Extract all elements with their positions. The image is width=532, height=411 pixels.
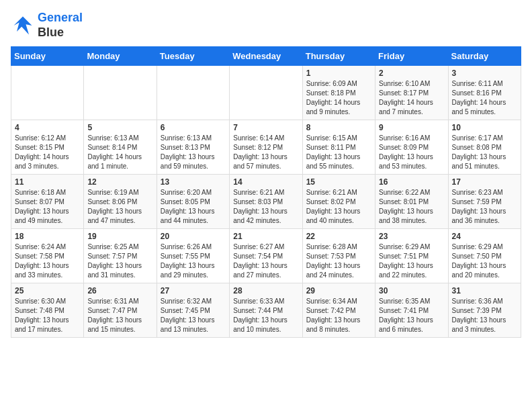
calendar-cell-29: 26Sunrise: 6:31 AM Sunset: 7:47 PM Dayli…	[84, 283, 157, 338]
day-info: Sunrise: 6:14 AM Sunset: 8:12 PM Dayligh…	[233, 134, 298, 171]
day-info: Sunrise: 6:19 AM Sunset: 8:06 PM Dayligh…	[87, 188, 152, 226]
week-row-2: 4Sunrise: 6:12 AM Sunset: 8:15 PM Daylig…	[11, 120, 521, 175]
day-number: 27	[161, 286, 226, 295]
page-header: General Blue	[11, 11, 521, 40]
day-number: 2	[379, 68, 444, 78]
day-info: Sunrise: 6:13 AM Sunset: 8:13 PM Dayligh…	[161, 134, 226, 171]
logo: General Blue	[11, 11, 83, 40]
calendar-cell-14: 11Sunrise: 6:18 AM Sunset: 8:07 PM Dayli…	[11, 175, 84, 229]
day-info: Sunrise: 6:15 AM Sunset: 8:11 PM Dayligh…	[306, 134, 371, 171]
day-number: 17	[452, 177, 517, 187]
calendar-cell-30: 27Sunrise: 6:32 AM Sunset: 7:45 PM Dayli…	[157, 283, 229, 338]
calendar-cell-7: 4Sunrise: 6:12 AM Sunset: 8:15 PM Daylig…	[11, 120, 84, 175]
day-info: Sunrise: 6:36 AM Sunset: 7:39 PM Dayligh…	[452, 297, 517, 334]
day-info: Sunrise: 6:26 AM Sunset: 7:55 PM Dayligh…	[161, 242, 226, 280]
day-number: 6	[161, 123, 226, 132]
calendar-cell-27: 24Sunrise: 6:29 AM Sunset: 7:50 PM Dayli…	[448, 229, 521, 283]
calendar-cell-32: 29Sunrise: 6:34 AM Sunset: 7:42 PM Dayli…	[302, 283, 375, 338]
weekday-header-friday: Friday	[375, 47, 448, 66]
calendar-cell-17: 14Sunrise: 6:21 AM Sunset: 8:03 PM Dayli…	[230, 175, 302, 229]
week-row-3: 11Sunrise: 6:18 AM Sunset: 8:07 PM Dayli…	[11, 175, 521, 229]
day-info: Sunrise: 6:29 AM Sunset: 7:51 PM Dayligh…	[379, 242, 444, 280]
day-number: 28	[233, 286, 298, 295]
day-number: 7	[233, 123, 298, 132]
calendar-cell-10: 7Sunrise: 6:14 AM Sunset: 8:12 PM Daylig…	[230, 120, 302, 175]
day-number: 23	[379, 232, 444, 241]
day-info: Sunrise: 6:10 AM Sunset: 8:17 PM Dayligh…	[379, 79, 444, 117]
week-row-4: 18Sunrise: 6:24 AM Sunset: 7:58 PM Dayli…	[11, 229, 521, 283]
day-info: Sunrise: 6:31 AM Sunset: 7:47 PM Dayligh…	[87, 297, 152, 334]
calendar-cell-34: 31Sunrise: 6:36 AM Sunset: 7:39 PM Dayli…	[448, 283, 521, 338]
day-info: Sunrise: 6:17 AM Sunset: 8:08 PM Dayligh…	[452, 134, 517, 171]
calendar-cell-1	[84, 66, 157, 120]
day-number: 31	[452, 286, 517, 295]
calendar-cell-23: 20Sunrise: 6:26 AM Sunset: 7:55 PM Dayli…	[157, 229, 229, 283]
day-number: 8	[306, 123, 371, 132]
day-info: Sunrise: 6:20 AM Sunset: 8:05 PM Dayligh…	[161, 188, 226, 226]
calendar-cell-11: 8Sunrise: 6:15 AM Sunset: 8:11 PM Daylig…	[302, 120, 375, 175]
day-number: 11	[15, 177, 80, 187]
logo-text: General Blue	[38, 11, 83, 40]
day-number: 30	[379, 286, 444, 295]
calendar-cell-0	[11, 66, 84, 120]
calendar-cell-33: 30Sunrise: 6:35 AM Sunset: 7:41 PM Dayli…	[375, 283, 448, 338]
calendar-cell-3	[230, 66, 302, 120]
calendar-cell-26: 23Sunrise: 6:29 AM Sunset: 7:51 PM Dayli…	[375, 229, 448, 283]
day-info: Sunrise: 6:30 AM Sunset: 7:48 PM Dayligh…	[15, 297, 80, 334]
day-info: Sunrise: 6:33 AM Sunset: 7:44 PM Dayligh…	[233, 297, 298, 334]
calendar-cell-4: 1Sunrise: 6:09 AM Sunset: 8:18 PM Daylig…	[302, 66, 375, 120]
calendar-cell-18: 15Sunrise: 6:21 AM Sunset: 8:02 PM Dayli…	[302, 175, 375, 229]
day-info: Sunrise: 6:18 AM Sunset: 8:07 PM Dayligh…	[15, 188, 80, 226]
logo-icon	[11, 13, 35, 38]
day-info: Sunrise: 6:16 AM Sunset: 8:09 PM Dayligh…	[379, 134, 444, 171]
calendar-cell-15: 12Sunrise: 6:19 AM Sunset: 8:06 PM Dayli…	[84, 175, 157, 229]
day-number: 5	[87, 123, 152, 132]
calendar-cell-9: 6Sunrise: 6:13 AM Sunset: 8:13 PM Daylig…	[157, 120, 229, 175]
day-number: 24	[452, 232, 517, 241]
day-number: 18	[15, 232, 80, 241]
weekday-header-tuesday: Tuesday	[157, 47, 229, 66]
day-info: Sunrise: 6:12 AM Sunset: 8:15 PM Dayligh…	[15, 134, 80, 171]
day-number: 9	[379, 123, 444, 132]
day-info: Sunrise: 6:34 AM Sunset: 7:42 PM Dayligh…	[306, 297, 371, 334]
calendar-cell-16: 13Sunrise: 6:20 AM Sunset: 8:05 PM Dayli…	[157, 175, 229, 229]
day-info: Sunrise: 6:35 AM Sunset: 7:41 PM Dayligh…	[379, 297, 444, 334]
calendar-cell-13: 10Sunrise: 6:17 AM Sunset: 8:08 PM Dayli…	[448, 120, 521, 175]
calendar-cell-12: 9Sunrise: 6:16 AM Sunset: 8:09 PM Daylig…	[375, 120, 448, 175]
day-info: Sunrise: 6:32 AM Sunset: 7:45 PM Dayligh…	[161, 297, 226, 334]
day-info: Sunrise: 6:11 AM Sunset: 8:16 PM Dayligh…	[452, 79, 517, 117]
day-info: Sunrise: 6:23 AM Sunset: 7:59 PM Dayligh…	[452, 188, 517, 226]
day-info: Sunrise: 6:13 AM Sunset: 8:14 PM Dayligh…	[87, 134, 152, 171]
day-info: Sunrise: 6:22 AM Sunset: 8:01 PM Dayligh…	[379, 188, 444, 226]
day-number: 16	[379, 177, 444, 187]
day-number: 10	[452, 123, 517, 132]
day-number: 25	[15, 286, 80, 295]
day-number: 1	[306, 68, 371, 78]
calendar-cell-24: 21Sunrise: 6:27 AM Sunset: 7:54 PM Dayli…	[230, 229, 302, 283]
calendar-cell-8: 5Sunrise: 6:13 AM Sunset: 8:14 PM Daylig…	[84, 120, 157, 175]
weekday-header-row: SundayMondayTuesdayWednesdayThursdayFrid…	[11, 47, 521, 66]
calendar-cell-5: 2Sunrise: 6:10 AM Sunset: 8:17 PM Daylig…	[375, 66, 448, 120]
calendar-cell-6: 3Sunrise: 6:11 AM Sunset: 8:16 PM Daylig…	[448, 66, 521, 120]
day-number: 20	[161, 232, 226, 241]
weekday-header-wednesday: Wednesday	[230, 47, 302, 66]
calendar-cell-20: 17Sunrise: 6:23 AM Sunset: 7:59 PM Dayli…	[448, 175, 521, 229]
calendar-cell-28: 25Sunrise: 6:30 AM Sunset: 7:48 PM Dayli…	[11, 283, 84, 338]
calendar-table: SundayMondayTuesdayWednesdayThursdayFrid…	[11, 46, 521, 338]
calendar-cell-19: 16Sunrise: 6:22 AM Sunset: 8:01 PM Dayli…	[375, 175, 448, 229]
calendar-cell-25: 22Sunrise: 6:28 AM Sunset: 7:53 PM Dayli…	[302, 229, 375, 283]
week-row-5: 25Sunrise: 6:30 AM Sunset: 7:48 PM Dayli…	[11, 283, 521, 338]
weekday-header-saturday: Saturday	[448, 47, 521, 66]
day-number: 13	[161, 177, 226, 187]
day-info: Sunrise: 6:21 AM Sunset: 8:03 PM Dayligh…	[233, 188, 298, 226]
calendar-cell-2	[157, 66, 229, 120]
day-info: Sunrise: 6:21 AM Sunset: 8:02 PM Dayligh…	[306, 188, 371, 226]
week-row-1: 1Sunrise: 6:09 AM Sunset: 8:18 PM Daylig…	[11, 66, 521, 120]
day-number: 22	[306, 232, 371, 241]
day-info: Sunrise: 6:09 AM Sunset: 8:18 PM Dayligh…	[306, 79, 371, 117]
weekday-header-monday: Monday	[84, 47, 157, 66]
svg-marker-0	[14, 16, 32, 34]
day-info: Sunrise: 6:29 AM Sunset: 7:50 PM Dayligh…	[452, 242, 517, 280]
day-info: Sunrise: 6:24 AM Sunset: 7:58 PM Dayligh…	[15, 242, 80, 280]
day-number: 3	[452, 68, 517, 78]
